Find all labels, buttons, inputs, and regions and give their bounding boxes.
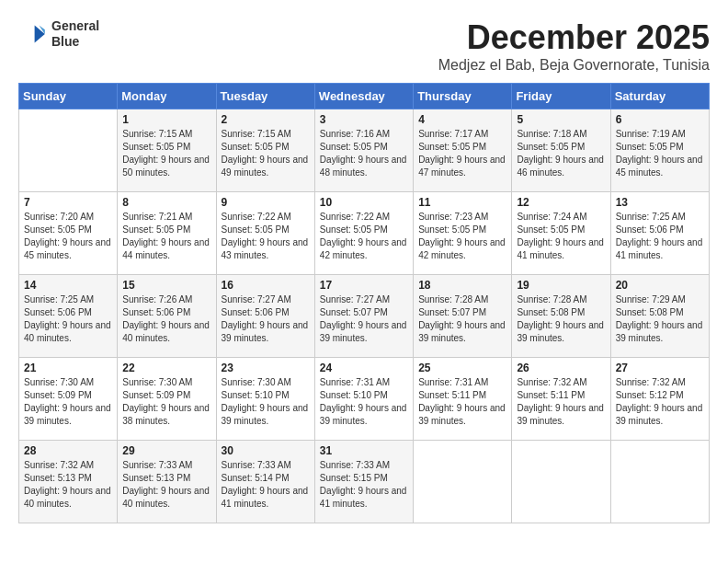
calendar-day-cell: 12 Sunrise: 7:24 AMSunset: 5:05 PMDaylig… [512, 192, 610, 275]
location-title: Medjez el Bab, Beja Governorate, Tunisia [438, 57, 710, 74]
calendar-day-cell: 1 Sunrise: 7:15 AMSunset: 5:05 PMDayligh… [118, 109, 216, 192]
day-number: 8 [122, 196, 210, 209]
day-info: Sunrise: 7:18 AMSunset: 5:05 PMDaylight:… [517, 128, 605, 179]
calendar-day-cell: 29 Sunrise: 7:33 AMSunset: 5:13 PMDaylig… [118, 441, 216, 523]
day-info: Sunrise: 7:25 AMSunset: 5:06 PMDaylight:… [616, 211, 704, 262]
calendar-day-cell: 31 Sunrise: 7:33 AMSunset: 5:15 PMDaylig… [314, 441, 413, 523]
day-info: Sunrise: 7:26 AMSunset: 5:06 PMDaylight:… [122, 293, 210, 345]
day-number: 3 [320, 113, 408, 126]
calendar-day-cell: 4 Sunrise: 7:17 AMSunset: 5:05 PMDayligh… [414, 109, 512, 192]
day-info: Sunrise: 7:27 AMSunset: 5:07 PMDaylight:… [320, 293, 408, 345]
calendar-col-header: Friday [512, 84, 610, 109]
day-info: Sunrise: 7:29 AMSunset: 5:08 PMDaylight:… [616, 293, 704, 345]
day-number: 16 [222, 279, 310, 292]
day-info: Sunrise: 7:22 AMSunset: 5:05 PMDaylight:… [320, 211, 408, 262]
calendar-col-header: Saturday [610, 84, 709, 109]
day-info: Sunrise: 7:19 AMSunset: 5:05 PMDaylight:… [616, 128, 704, 179]
day-number: 11 [418, 196, 506, 209]
calendar-day-cell: 5 Sunrise: 7:18 AMSunset: 5:05 PMDayligh… [512, 109, 610, 192]
calendar-day-cell: 3 Sunrise: 7:16 AMSunset: 5:05 PMDayligh… [314, 109, 413, 192]
day-info: Sunrise: 7:23 AMSunset: 5:05 PMDaylight:… [418, 211, 506, 262]
day-info: Sunrise: 7:33 AMSunset: 5:14 PMDaylight:… [222, 459, 310, 511]
logo: General Blue [18, 18, 99, 50]
day-number: 25 [418, 362, 506, 374]
day-info: Sunrise: 7:32 AMSunset: 5:13 PMDaylight:… [24, 459, 112, 511]
day-number: 2 [222, 113, 310, 126]
calendar-day-cell [414, 441, 512, 523]
calendar-day-cell: 9 Sunrise: 7:22 AMSunset: 5:05 PMDayligh… [216, 192, 314, 275]
calendar-col-header: Tuesday [216, 84, 314, 109]
calendar-week-row: 21 Sunrise: 7:30 AMSunset: 5:09 PMDaylig… [19, 358, 710, 441]
calendar-day-cell: 24 Sunrise: 7:31 AMSunset: 5:10 PMDaylig… [314, 358, 413, 441]
calendar-col-header: Monday [118, 84, 216, 109]
day-number: 12 [517, 196, 605, 209]
page-header: General Blue December 2025 Medjez el Bab… [18, 18, 710, 74]
calendar-day-cell: 25 Sunrise: 7:31 AMSunset: 5:11 PMDaylig… [414, 358, 512, 441]
calendar-day-cell: 22 Sunrise: 7:30 AMSunset: 5:09 PMDaylig… [118, 358, 216, 441]
calendar-day-cell [19, 109, 118, 192]
calendar-col-header: Wednesday [314, 84, 413, 109]
calendar-day-cell: 7 Sunrise: 7:20 AMSunset: 5:05 PMDayligh… [19, 192, 118, 275]
calendar-week-row: 1 Sunrise: 7:15 AMSunset: 5:05 PMDayligh… [19, 109, 710, 192]
calendar-day-cell: 28 Sunrise: 7:32 AMSunset: 5:13 PMDaylig… [19, 441, 118, 523]
day-number: 17 [320, 279, 408, 292]
day-info: Sunrise: 7:21 AMSunset: 5:05 PMDaylight:… [122, 211, 210, 262]
day-info: Sunrise: 7:30 AMSunset: 5:09 PMDaylight:… [24, 376, 112, 428]
calendar-day-cell: 11 Sunrise: 7:23 AMSunset: 5:05 PMDaylig… [414, 192, 512, 275]
day-info: Sunrise: 7:30 AMSunset: 5:09 PMDaylight:… [122, 376, 210, 428]
calendar-day-cell: 17 Sunrise: 7:27 AMSunset: 5:07 PMDaylig… [314, 275, 413, 358]
logo-text: General Blue [51, 18, 99, 50]
day-info: Sunrise: 7:20 AMSunset: 5:05 PMDaylight:… [24, 211, 112, 262]
day-number: 6 [616, 113, 704, 126]
day-number: 14 [24, 279, 112, 292]
day-info: Sunrise: 7:17 AMSunset: 5:05 PMDaylight:… [418, 128, 506, 179]
calendar-body: 1 Sunrise: 7:15 AMSunset: 5:05 PMDayligh… [19, 109, 710, 523]
calendar-day-cell [610, 441, 709, 523]
calendar-day-cell: 18 Sunrise: 7:28 AMSunset: 5:07 PMDaylig… [414, 275, 512, 358]
day-number: 23 [222, 362, 310, 374]
day-number: 1 [122, 113, 210, 126]
day-info: Sunrise: 7:24 AMSunset: 5:05 PMDaylight:… [517, 211, 605, 262]
calendar-week-row: 7 Sunrise: 7:20 AMSunset: 5:05 PMDayligh… [19, 192, 710, 275]
day-info: Sunrise: 7:28 AMSunset: 5:08 PMDaylight:… [517, 293, 605, 345]
day-number: 21 [24, 362, 112, 374]
calendar-col-header: Sunday [19, 84, 118, 109]
calendar-day-cell: 16 Sunrise: 7:27 AMSunset: 5:06 PMDaylig… [216, 275, 314, 358]
calendar-day-cell: 2 Sunrise: 7:15 AMSunset: 5:05 PMDayligh… [216, 109, 314, 192]
day-info: Sunrise: 7:31 AMSunset: 5:11 PMDaylight:… [418, 376, 506, 428]
calendar-day-cell: 26 Sunrise: 7:32 AMSunset: 5:11 PMDaylig… [512, 358, 610, 441]
calendar-day-cell: 6 Sunrise: 7:19 AMSunset: 5:05 PMDayligh… [610, 109, 709, 192]
day-number: 28 [24, 444, 112, 457]
day-info: Sunrise: 7:32 AMSunset: 5:12 PMDaylight:… [616, 376, 704, 428]
day-number: 9 [222, 196, 310, 209]
day-info: Sunrise: 7:30 AMSunset: 5:10 PMDaylight:… [222, 376, 310, 428]
calendar-header-row: SundayMondayTuesdayWednesdayThursdayFrid… [19, 84, 710, 109]
calendar-week-row: 14 Sunrise: 7:25 AMSunset: 5:06 PMDaylig… [19, 275, 710, 358]
day-info: Sunrise: 7:16 AMSunset: 5:05 PMDaylight:… [320, 128, 408, 179]
day-number: 27 [616, 362, 704, 374]
day-number: 18 [418, 279, 506, 292]
day-number: 22 [122, 362, 210, 374]
calendar-day-cell: 13 Sunrise: 7:25 AMSunset: 5:06 PMDaylig… [610, 192, 709, 275]
day-number: 19 [517, 279, 605, 292]
calendar-day-cell: 19 Sunrise: 7:28 AMSunset: 5:08 PMDaylig… [512, 275, 610, 358]
day-info: Sunrise: 7:15 AMSunset: 5:05 PMDaylight:… [122, 128, 210, 179]
day-number: 30 [222, 444, 310, 457]
calendar-day-cell: 15 Sunrise: 7:26 AMSunset: 5:06 PMDaylig… [118, 275, 216, 358]
day-info: Sunrise: 7:28 AMSunset: 5:07 PMDaylight:… [418, 293, 506, 345]
day-info: Sunrise: 7:15 AMSunset: 5:05 PMDaylight:… [222, 128, 310, 179]
title-block: December 2025 Medjez el Bab, Beja Govern… [438, 18, 710, 74]
month-title: December 2025 [438, 18, 710, 57]
day-number: 7 [24, 196, 112, 209]
day-info: Sunrise: 7:27 AMSunset: 5:06 PMDaylight:… [222, 293, 310, 345]
day-info: Sunrise: 7:33 AMSunset: 5:15 PMDaylight:… [320, 459, 408, 511]
calendar-day-cell: 30 Sunrise: 7:33 AMSunset: 5:14 PMDaylig… [216, 441, 314, 523]
day-number: 31 [320, 444, 408, 457]
day-info: Sunrise: 7:22 AMSunset: 5:05 PMDaylight:… [222, 211, 310, 262]
calendar-day-cell: 21 Sunrise: 7:30 AMSunset: 5:09 PMDaylig… [19, 358, 118, 441]
day-number: 29 [122, 444, 210, 457]
calendar-day-cell: 27 Sunrise: 7:32 AMSunset: 5:12 PMDaylig… [610, 358, 709, 441]
day-info: Sunrise: 7:32 AMSunset: 5:11 PMDaylight:… [517, 376, 605, 428]
calendar-day-cell: 8 Sunrise: 7:21 AMSunset: 5:05 PMDayligh… [118, 192, 216, 275]
day-number: 5 [517, 113, 605, 126]
